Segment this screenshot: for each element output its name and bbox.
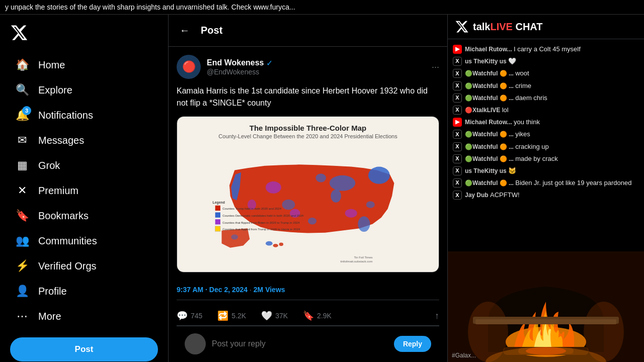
svg-rect-19 — [215, 219, 220, 224]
x-platform-icon: X — [453, 178, 462, 188]
reply-submit-button[interactable]: Reply — [394, 336, 431, 352]
video-label: #Galax... — [452, 352, 476, 359]
svg-text:Counties Democratic candidates: Counties Democratic candidates held in b… — [222, 214, 303, 217]
sidebar-item-explore[interactable]: 🔍Explore — [5, 78, 163, 102]
svg-text:Counties that flipped from Bid: Counties that flipped from Biden in 2020… — [222, 221, 300, 224]
chat-username[interactable]: 🟢Watchful 🟠 ... — [465, 155, 515, 162]
chat-message: X🔴XtalkLIVE lol — [451, 104, 641, 116]
sidebar-item-label-messages: Messages — [38, 135, 84, 146]
reply-action[interactable]: 💬 745 — [177, 310, 202, 321]
views-label: Views — [265, 286, 285, 294]
svg-point-1 — [368, 167, 390, 184]
sidebar-item-communities[interactable]: 👥Communities — [5, 229, 163, 253]
retweet-action[interactable]: 🔁 5.2K — [217, 310, 246, 321]
chat-username[interactable]: us TheKitty us — [465, 58, 508, 65]
brand-talk: talk — [473, 21, 490, 32]
chat-brand: talkLIVE CHAT — [473, 21, 543, 33]
chat-username[interactable]: us TheKitty us — [465, 167, 508, 174]
tweet-text: Kamala Harris is the 1st candidate since… — [177, 85, 439, 109]
brand-live: LIVE — [490, 21, 512, 32]
chat-message-text: Biden Jr. just got like 19 years pardone… — [515, 179, 631, 187]
tweet-container: 🔴 End Wokeness ✓ @EndWokeness ··· Kamala… — [169, 47, 447, 362]
chat-message: X🟢Watchful 🟠 ... Biden Jr. just got like… — [451, 177, 641, 189]
yt-platform-icon: ▶ — [453, 118, 462, 127]
sidebar-item-bookmarks[interactable]: 🔖Bookmarks — [5, 204, 163, 228]
chat-username[interactable]: 🟢Watchful 🟠 ... — [465, 131, 515, 138]
sidebar-item-label-notifications: Notifications — [38, 110, 93, 121]
chat-username[interactable]: 🟢Watchful 🟠 ... — [465, 82, 515, 89]
svg-point-8 — [366, 201, 375, 208]
reply-input[interactable] — [212, 339, 388, 348]
chat-username[interactable]: 🔴XtalkLIVE — [465, 107, 502, 114]
reply-count: 745 — [191, 312, 202, 320]
tweet-timestamp: 9:37 AM · Dec 2, 2024 · 2M Views — [177, 280, 439, 300]
chat-message-content: 🟢Watchful 🟠 ... woot — [465, 69, 529, 78]
sidebar-item-notifications[interactable]: 🔔3Notifications — [5, 103, 163, 127]
svg-rect-20 — [215, 226, 220, 231]
sidebar-item-verified-orgs[interactable]: ⚡Verified Orgs — [5, 254, 163, 278]
x-platform-icon: X — [453, 130, 462, 139]
chat-username[interactable]: 🟢Watchful 🟠 ... — [465, 179, 515, 187]
sidebar-item-premium[interactable]: ✕Premium — [5, 178, 163, 203]
author-name[interactable]: End Wokeness — [207, 58, 264, 67]
svg-point-7 — [315, 173, 326, 182]
chat-message-text: woot — [515, 69, 529, 77]
sidebar-item-profile[interactable]: 👤Profile — [5, 279, 163, 303]
notifications-icon: 🔔3 — [15, 108, 29, 122]
ticker-text: y unpack the stories of the day with sha… — [5, 3, 295, 11]
reply-box: Reply — [177, 326, 439, 361]
like-action[interactable]: 🤍 37K — [261, 310, 288, 321]
chat-username[interactable]: Michael Rutow... — [465, 119, 514, 126]
profile-icon: 👤 — [15, 284, 29, 298]
chat-message-content: us TheKitty us 🐱 — [465, 166, 516, 175]
svg-point-9 — [266, 182, 281, 194]
bookmark-action[interactable]: 🔖 2.9K — [303, 310, 332, 321]
author-avatar[interactable]: 🔴 — [177, 55, 201, 79]
tweet-image-card: The Impossible Three-Color Map County-Le… — [177, 116, 439, 273]
sidebar-item-messages[interactable]: ✉Messages — [5, 128, 163, 152]
chat-message-text: yikes — [515, 130, 530, 138]
chat-username[interactable]: 🟢Watchful 🟠 ... — [465, 143, 515, 150]
sidebar-item-grok[interactable]: ▦Grok — [5, 153, 163, 177]
views-count: 2M — [254, 286, 263, 294]
map-svg: Counties Trump held in both 2020 and 202… — [184, 144, 432, 265]
post-button[interactable]: Post — [10, 337, 158, 361]
nav-list: 🏠Home🔍Explore🔔3Notifications✉Messages▦Gr… — [0, 52, 168, 329]
right-panel: talkLIVE CHAT ▶Michael Rutow... I carry … — [448, 15, 644, 362]
x-platform-icon: X — [453, 57, 462, 66]
retweet-icon: 🔁 — [217, 310, 228, 321]
svg-text:tinfoilmatt.substack.com: tinfoilmatt.substack.com — [341, 260, 373, 263]
retweet-count: 5.2K — [231, 312, 246, 320]
sidebar-item-label-explore: Explore — [38, 84, 72, 96]
chat-username[interactable]: 🟢Watchful 🟠 ... — [465, 95, 515, 102]
sidebar-item-more[interactable]: ⋯More — [5, 304, 163, 328]
svg-text:Tin Foil Times: Tin Foil Times — [354, 256, 372, 259]
tweet-menu-button[interactable]: ··· — [432, 62, 439, 72]
sidebar-item-home[interactable]: 🏠Home — [5, 53, 163, 77]
share-action[interactable]: ↑ — [435, 311, 439, 321]
chat-username[interactable]: 🟢Watchful 🟠 ... — [465, 70, 515, 77]
chat-username[interactable]: Michael Rutow... — [465, 46, 514, 53]
svg-text:Counties Trump held in both 20: Counties Trump held in both 2020 and 202… — [222, 207, 281, 210]
content-title: Post — [201, 25, 222, 36]
chat-username[interactable]: Jay Dub — [465, 192, 490, 199]
brand-chat: CHAT — [513, 21, 543, 32]
x-platform-icon: X — [453, 69, 462, 78]
chat-message: ▶Michael Rutow... you think — [451, 116, 641, 128]
author-handle: @EndWokeness — [207, 68, 273, 76]
chat-message-content: 🟢Watchful 🟠 ... yikes — [465, 130, 530, 139]
svg-point-5 — [358, 216, 370, 232]
notifications-badge: 3 — [22, 106, 31, 115]
chat-message-text: cracking up — [515, 143, 548, 150]
chat-message: X🟢Watchful 🟠 ... daem chris — [451, 92, 641, 104]
sidebar-item-label-premium: Premium — [38, 185, 78, 197]
chat-message-content: Michael Rutow... you think — [465, 118, 540, 127]
video-thumbnail[interactable]: #Galax... — [448, 251, 644, 362]
back-button[interactable]: ← — [177, 22, 193, 39]
chat-message-text: ACPFTW! — [490, 191, 520, 199]
chat-message-content: 🔴XtalkLIVE lol — [465, 106, 509, 115]
share-icon: ↑ — [435, 311, 439, 321]
svg-text:Legend: Legend — [213, 201, 225, 205]
x-logo-icon — [10, 24, 28, 42]
sidebar-logo[interactable] — [0, 20, 168, 52]
